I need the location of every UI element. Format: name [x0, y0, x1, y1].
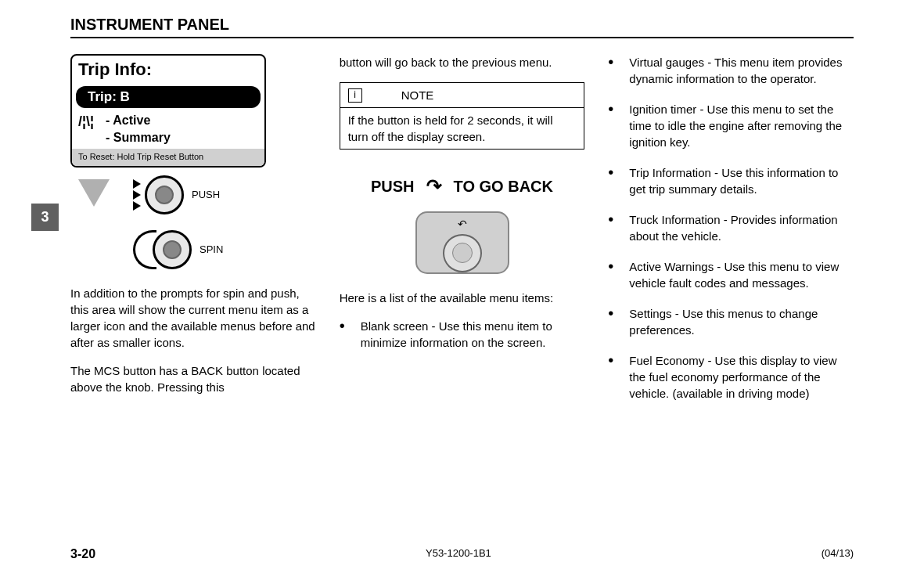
back-button-image: ↶ — [340, 211, 585, 274]
knob-icon — [153, 230, 192, 269]
bullet-icon: • — [608, 101, 613, 150]
knob-container: PUSH SPIN — [133, 175, 223, 269]
bullet-icon: • — [608, 164, 613, 197]
list-text: Truck Information - Provides information… — [629, 211, 854, 244]
col1-para1: In addition to the prompts for spin and … — [70, 285, 316, 351]
trip-selected-bar: Trip: B — [76, 86, 261, 108]
list-item: • Ignition timer - Use this menu to set … — [608, 101, 854, 150]
list-text: Settings - Use this menus to change pref… — [629, 305, 854, 338]
note-body: If the button is held for 2 seconds, it … — [340, 108, 584, 149]
back-knob-icon — [443, 234, 482, 272]
push-label: PUSH — [192, 188, 220, 202]
knob-push-row: PUSH — [133, 175, 223, 214]
bullet-icon: • — [608, 258, 613, 291]
knob-spin-row: SPIN — [133, 230, 223, 269]
page-number: 3-20 — [70, 547, 95, 561]
trip-option-active: - Active — [106, 112, 171, 129]
list-text: Active Warnings - Use this menu to view … — [629, 258, 854, 291]
push-label: PUSH — [371, 175, 415, 197]
trip-info-title: Trip Info: — [72, 56, 264, 85]
trip-info-display: Trip Info: Trip: B /¦\¦ - Active - Summa… — [70, 54, 266, 168]
list-text: Ignition timer - Use this menu to set th… — [629, 101, 854, 150]
bullet-icon: • — [608, 54, 613, 87]
trip-reset-text: To Reset: Hold Trip Reset Button — [72, 149, 264, 165]
note-box: i NOTE If the button is held for 2 secon… — [340, 82, 585, 150]
document-id: Y53-1200-1B1 — [426, 547, 491, 561]
list-item: • Active Warnings - Use this menu to vie… — [608, 258, 854, 291]
slash-icon: /¦\¦ — [78, 112, 94, 147]
page-footer: 3-20 Y53-1200-1B1 (04/13) — [70, 547, 854, 561]
knob-illustration: PUSH SPIN — [70, 175, 316, 269]
bullet-icon: • — [608, 352, 613, 402]
spin-label: SPIN — [200, 243, 223, 257]
document-date: (04/13) — [822, 547, 854, 561]
chapter-tab: 3 — [31, 204, 59, 231]
knob-icon — [145, 175, 184, 214]
bullet-icon: • — [608, 211, 613, 244]
note-label: NOTE — [401, 87, 434, 103]
trip-options: - Active - Summary — [106, 112, 171, 147]
column-3: • Virtual gauges - This menu item provid… — [608, 54, 854, 416]
push-back-text: PUSH ↶ TO GO BACK — [340, 173, 585, 200]
note-header: i NOTE — [340, 83, 584, 108]
list-item: • Blank screen - Use this menu item to m… — [340, 318, 585, 351]
trip-options-row: /¦\¦ - Active - Summary — [72, 110, 264, 150]
arrow-down-icon — [78, 179, 110, 207]
list-item: • Fuel Economy - Use this display to vie… — [608, 352, 854, 402]
list-item: • Settings - Use this menus to change pr… — [608, 305, 854, 338]
content-area: Trip Info: Trip: B /¦\¦ - Active - Summa… — [70, 54, 854, 416]
back-button-shape: ↶ — [415, 211, 509, 274]
curved-arrow-icon: ↶ — [426, 173, 442, 200]
list-item: • Truck Information - Provides informati… — [608, 211, 854, 244]
col3-list: • Virtual gauges - This menu item provid… — [608, 54, 854, 402]
page-header: INSTRUMENT PANEL — [70, 16, 854, 38]
bullet-icon: • — [608, 305, 613, 338]
push-arrows-icon — [133, 178, 141, 211]
column-2: button will go back to the previous menu… — [340, 54, 585, 416]
col2-para1: button will go back to the previous menu… — [340, 54, 585, 70]
info-icon: i — [348, 88, 362, 103]
list-text: Fuel Economy - Use this display to view … — [629, 352, 854, 402]
list-text: Blank screen - Use this menu item to min… — [361, 318, 585, 351]
list-text: Trip Information - Use this information … — [629, 164, 854, 197]
small-back-arrow-icon: ↶ — [458, 217, 467, 232]
list-text: Virtual gauges - This menu item provides… — [629, 54, 854, 87]
col1-para2: The MCS button has a BACK button located… — [70, 362, 316, 395]
list-item: • Virtual gauges - This menu item provid… — [608, 54, 854, 87]
column-1: Trip Info: Trip: B /¦\¦ - Active - Summa… — [70, 54, 316, 416]
trip-option-summary: - Summary — [106, 129, 171, 146]
bullet-icon: • — [340, 318, 345, 351]
col2-list: • Blank screen - Use this menu item to m… — [340, 318, 585, 351]
push-back-illustration: PUSH ↶ TO GO BACK ↶ — [340, 173, 585, 274]
col2-para2: Here is a list of the available menu ite… — [340, 290, 585, 306]
list-item: • Trip Information - Use this informatio… — [608, 164, 854, 197]
go-back-label: TO GO BACK — [454, 175, 553, 197]
